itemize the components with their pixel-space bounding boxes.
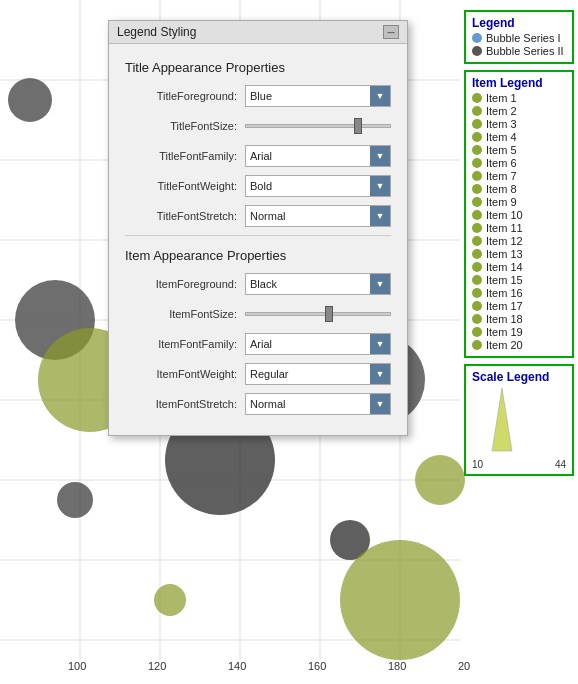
- item-legend-entry-8: Item 9: [472, 196, 566, 208]
- title-fontweight-dropdown[interactable]: Bold ▼: [245, 175, 391, 197]
- title-fontsize-label: TitleFontSize:: [125, 120, 245, 132]
- svg-marker-31: [492, 388, 512, 451]
- scale-max: 44: [555, 459, 566, 470]
- item-fontfamily-dropdown[interactable]: Arial ▼: [245, 333, 391, 355]
- title-fontstretch-dropdown[interactable]: Normal ▼: [245, 205, 391, 227]
- item-fontsize-track: [245, 312, 391, 316]
- title-fontweight-control: Bold ▼: [245, 175, 391, 197]
- legend-label-1: Bubble Series II: [486, 45, 564, 57]
- svg-point-15: [57, 482, 93, 518]
- title-fontstretch-label: TitleFontStretch:: [125, 210, 245, 222]
- item-legend-entry-14: Item 15: [472, 274, 566, 286]
- title-fontstretch-row: TitleFontStretch: Normal ▼: [125, 205, 391, 227]
- item-legend-dot-13: [472, 262, 482, 272]
- item-fontsize-slider[interactable]: [245, 303, 391, 325]
- svg-text:20: 20: [458, 660, 470, 672]
- dialog-title: Legend Styling: [117, 25, 196, 39]
- item-legend-entry-3: Item 4: [472, 131, 566, 143]
- item-legend-dot-16: [472, 301, 482, 311]
- svg-text:180: 180: [388, 660, 406, 672]
- item-legend-dot-1: [472, 106, 482, 116]
- item-legend-label-19: Item 20: [486, 339, 523, 351]
- item-legend-entry-0: Item 1: [472, 92, 566, 104]
- scale-min: 10: [472, 459, 483, 470]
- title-foreground-arrow[interactable]: ▼: [370, 86, 390, 106]
- legend-title: Legend: [472, 16, 566, 30]
- item-legend-entry-6: Item 7: [472, 170, 566, 182]
- item-foreground-value: Black: [246, 278, 370, 290]
- legend-box: Legend Bubble Series I Bubble Series II: [464, 10, 574, 64]
- item-fontweight-arrow[interactable]: ▼: [370, 364, 390, 384]
- item-legend-dot-5: [472, 158, 482, 168]
- item-legend-label-3: Item 4: [486, 131, 517, 143]
- item-legend-entry-9: Item 10: [472, 209, 566, 221]
- legend-styling-dialog: Legend Styling ─ Title Appearance Proper…: [108, 20, 408, 436]
- item-fontsize-thumb[interactable]: [325, 306, 333, 322]
- item-legend-label-14: Item 15: [486, 274, 523, 286]
- item-legend-dot-0: [472, 93, 482, 103]
- item-legend-label-16: Item 17: [486, 300, 523, 312]
- item-legend-entry-15: Item 16: [472, 287, 566, 299]
- title-fontfamily-arrow[interactable]: ▼: [370, 146, 390, 166]
- item-legend-label-17: Item 18: [486, 313, 523, 325]
- dialog-close-button[interactable]: ─: [383, 25, 399, 39]
- item-legend-dot-14: [472, 275, 482, 285]
- item-legend-entry-16: Item 17: [472, 300, 566, 312]
- title-foreground-dropdown[interactable]: Blue ▼: [245, 85, 391, 107]
- item-fontfamily-row: ItemFontFamily: Arial ▼: [125, 333, 391, 355]
- item-fontfamily-control: Arial ▼: [245, 333, 391, 355]
- item-legend-label-0: Item 1: [486, 92, 517, 104]
- item-legend-entry-5: Item 6: [472, 157, 566, 169]
- item-legend-dot-9: [472, 210, 482, 220]
- title-fontsize-slider[interactable]: [245, 115, 391, 137]
- item-fontfamily-value: Arial: [246, 338, 370, 350]
- item-legend-title: Item Legend: [472, 76, 566, 90]
- item-foreground-dropdown[interactable]: Black ▼: [245, 273, 391, 295]
- item-fontstretch-arrow[interactable]: ▼: [370, 394, 390, 414]
- item-legend-label-9: Item 10: [486, 209, 523, 221]
- item-legend-dot-17: [472, 314, 482, 324]
- item-fontstretch-dropdown[interactable]: Normal ▼: [245, 393, 391, 415]
- legend-item-1: Bubble Series II: [472, 45, 566, 57]
- svg-point-13: [8, 78, 52, 122]
- svg-text:160: 160: [308, 660, 326, 672]
- item-foreground-arrow[interactable]: ▼: [370, 274, 390, 294]
- item-legend-entry-4: Item 5: [472, 144, 566, 156]
- item-fontweight-dropdown[interactable]: Regular ▼: [245, 363, 391, 385]
- scale-legend-box: Scale Legend 10 44: [464, 364, 574, 476]
- item-legend-entry-12: Item 13: [472, 248, 566, 260]
- item-legend-label-8: Item 9: [486, 196, 517, 208]
- title-foreground-row: TitleForeground: Blue ▼: [125, 85, 391, 107]
- legend-label-0: Bubble Series I: [486, 32, 561, 44]
- title-fontfamily-control: Arial ▼: [245, 145, 391, 167]
- item-legend-dot-3: [472, 132, 482, 142]
- item-fontsize-row: ItemFontSize:: [125, 303, 391, 325]
- item-legend-dot-7: [472, 184, 482, 194]
- item-fontfamily-label: ItemFontFamily:: [125, 338, 245, 350]
- item-fontweight-label: ItemFontWeight:: [125, 368, 245, 380]
- title-fontstretch-arrow[interactable]: ▼: [370, 206, 390, 226]
- item-legend-label-1: Item 2: [486, 105, 517, 117]
- item-legend-box: Item Legend Item 1Item 2Item 3Item 4Item…: [464, 70, 574, 358]
- item-legend-label-10: Item 11: [486, 222, 523, 234]
- scale-numbers: 10 44: [472, 459, 566, 470]
- dialog-content: Title Appearance Properties TitleForegro…: [109, 44, 407, 435]
- item-legend-label-7: Item 8: [486, 183, 517, 195]
- svg-text:120: 120: [148, 660, 166, 672]
- item-legend-dot-8: [472, 197, 482, 207]
- item-fontfamily-arrow[interactable]: ▼: [370, 334, 390, 354]
- item-fontweight-control: Regular ▼: [245, 363, 391, 385]
- title-fontweight-arrow[interactable]: ▼: [370, 176, 390, 196]
- item-legend-entry-19: Item 20: [472, 339, 566, 351]
- item-legend-dot-10: [472, 223, 482, 233]
- item-legend-dot-12: [472, 249, 482, 259]
- item-legend-entry-18: Item 19: [472, 326, 566, 338]
- title-fontsize-thumb[interactable]: [354, 118, 362, 134]
- legend-item-0: Bubble Series I: [472, 32, 566, 44]
- title-fontfamily-row: TitleFontFamily: Arial ▼: [125, 145, 391, 167]
- dialog-titlebar: Legend Styling ─: [109, 21, 407, 44]
- title-fontfamily-label: TitleFontFamily:: [125, 150, 245, 162]
- title-fontfamily-dropdown[interactable]: Arial ▼: [245, 145, 391, 167]
- svg-point-24: [415, 455, 465, 505]
- legend-dot-1: [472, 46, 482, 56]
